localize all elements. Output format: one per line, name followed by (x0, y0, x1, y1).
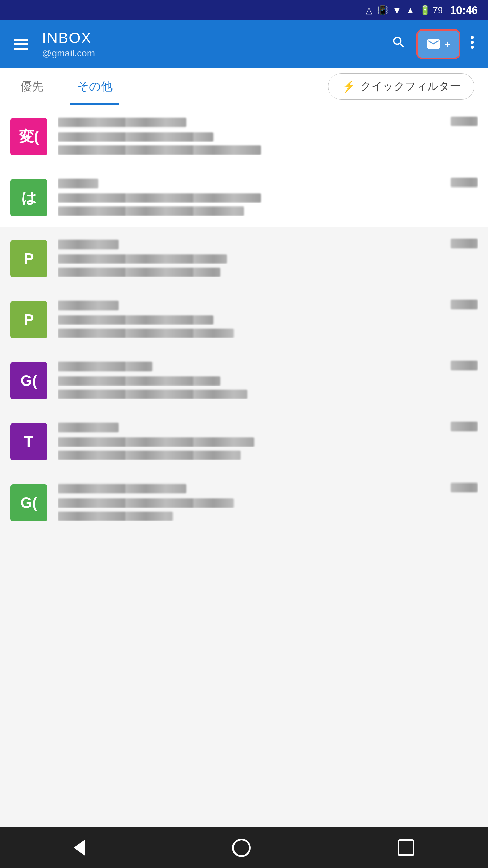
tab-priority[interactable]: 優先 (14, 68, 50, 105)
signal-icon: ▲ (406, 5, 415, 16)
email-content-4 (58, 298, 478, 338)
tab-other-label: その他 (77, 79, 113, 94)
email-item-5[interactable]: G( (0, 349, 488, 410)
email-subject-1 (58, 131, 478, 142)
app-bar: INBOX @gmail.com + (0, 20, 488, 68)
avatar-4: P (10, 301, 47, 338)
email-top-row-4 (58, 298, 478, 311)
quick-filter-label: クイックフィルター (360, 79, 461, 94)
email-date-4 (451, 298, 478, 309)
compose-plus-icon: + (444, 38, 451, 51)
avatar-7: G( (10, 484, 47, 521)
search-button[interactable] (388, 32, 410, 57)
email-sender-5 (58, 359, 444, 372)
email-date-6 (451, 420, 478, 431)
email-top-row-1 (58, 115, 478, 128)
hamburger-line-3 (14, 48, 28, 50)
app-bar-title: INBOX (42, 29, 378, 46)
email-preview-6 (58, 449, 478, 460)
filter-icon: ⚡ (342, 80, 355, 93)
email-content-7 (58, 481, 478, 521)
hamburger-line-1 (14, 39, 28, 41)
home-icon (232, 839, 251, 857)
email-item-2[interactable]: は (0, 166, 488, 227)
avatar-3: P (10, 240, 47, 277)
email-top-row-3 (58, 237, 478, 250)
email-date-2 (451, 176, 478, 187)
avatar-1: 変( (10, 118, 47, 155)
email-preview-4 (58, 327, 478, 338)
status-time: 10:46 (450, 4, 478, 17)
svg-point-0 (471, 36, 474, 39)
recent-apps-icon (398, 839, 414, 856)
nav-spacer (0, 532, 488, 587)
compose-icon (426, 36, 441, 52)
status-icons: △ 📳 ▼ ▲ 🔋 79 10:46 (366, 4, 478, 17)
email-subject-2 (58, 192, 478, 203)
email-item-3[interactable]: P (0, 227, 488, 288)
email-list: 変( は (0, 105, 488, 532)
email-preview-2 (58, 205, 478, 216)
hamburger-menu-button[interactable] (10, 36, 32, 53)
email-date-3 (451, 237, 478, 248)
email-preview-1 (58, 144, 478, 155)
avatar-5: G( (10, 362, 47, 399)
back-button[interactable] (57, 832, 102, 863)
email-content-2 (58, 176, 478, 216)
email-top-row-7 (58, 481, 478, 494)
svg-point-1 (471, 41, 474, 44)
email-subject-5 (58, 375, 478, 386)
email-date-1 (451, 115, 478, 126)
email-preview-3 (58, 266, 478, 277)
tab-priority-label: 優先 (20, 79, 43, 94)
email-sender-1 (58, 115, 444, 128)
svg-point-2 (471, 46, 474, 49)
home-button[interactable] (215, 832, 268, 864)
avatar-6: T (10, 423, 47, 460)
recent-apps-button[interactable] (381, 832, 431, 863)
quick-filter-button[interactable]: ⚡ クイックフィルター (328, 73, 474, 100)
email-content-6 (58, 420, 478, 460)
hamburger-line-2 (14, 43, 28, 45)
more-options-button[interactable] (467, 32, 478, 57)
vibrate-icon: 📳 (377, 5, 388, 16)
tabs-bar: 優先 その他 ⚡ クイックフィルター (0, 68, 488, 105)
compose-button[interactable]: + (416, 29, 460, 59)
email-item-4[interactable]: P (0, 288, 488, 349)
battery-icon: 🔋 79 (420, 5, 443, 16)
navigation-bar (0, 827, 488, 868)
tab-other[interactable]: その他 (70, 68, 119, 105)
bluetooth-icon: △ (366, 5, 372, 16)
back-icon (74, 839, 85, 856)
email-subject-3 (58, 253, 478, 264)
status-bar: △ 📳 ▼ ▲ 🔋 79 10:46 (0, 0, 488, 20)
email-top-row-6 (58, 420, 478, 433)
avatar-2: は (10, 179, 47, 216)
app-bar-email: @gmail.com (42, 48, 378, 59)
email-item-6[interactable]: T (0, 410, 488, 471)
email-item-1[interactable]: 変( (0, 105, 488, 166)
email-subject-6 (58, 436, 478, 447)
email-item-7[interactable]: G( (0, 471, 488, 532)
email-sender-2 (58, 176, 444, 189)
wifi-icon: ▼ (393, 5, 402, 16)
email-subject-7 (58, 497, 478, 508)
email-sender-4 (58, 298, 444, 311)
email-top-row-5 (58, 359, 478, 372)
email-preview-7 (58, 510, 478, 521)
email-sender-3 (58, 237, 444, 250)
email-date-7 (451, 481, 478, 492)
email-preview-5 (58, 388, 478, 399)
email-sender-6 (58, 420, 444, 433)
email-top-row-2 (58, 176, 478, 189)
app-bar-title-area: INBOX @gmail.com (42, 29, 378, 59)
email-content-3 (58, 237, 478, 277)
email-subject-4 (58, 314, 478, 325)
email-sender-7 (58, 481, 444, 494)
app-bar-actions: + (388, 29, 478, 59)
email-content-5 (58, 359, 478, 399)
email-date-5 (451, 359, 478, 370)
tab-other-underline (70, 103, 119, 105)
email-content-1 (58, 115, 478, 155)
